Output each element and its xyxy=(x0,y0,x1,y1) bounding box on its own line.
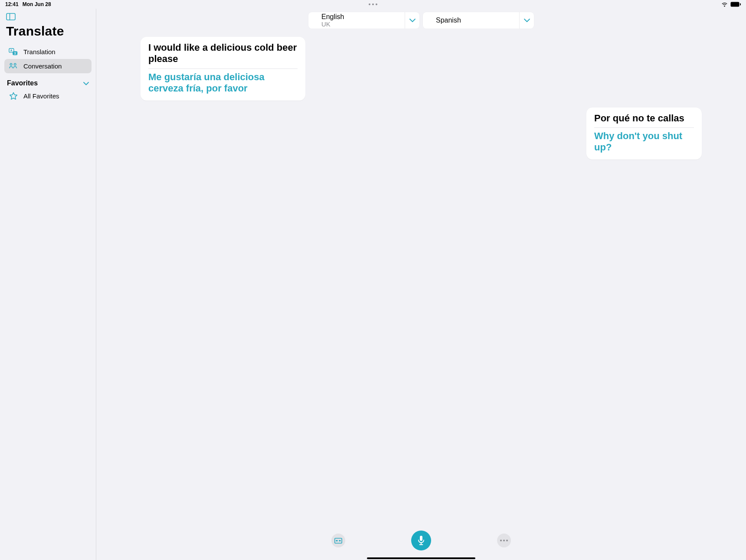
message-bubble[interactable]: I would like a delicious cold beer pleas… xyxy=(141,37,305,101)
status-time: 12:41 xyxy=(5,1,19,7)
sidebar-item-conversation[interactable]: Conversation xyxy=(4,59,92,73)
sidebar-item-label: All Favorites xyxy=(23,92,59,100)
favorites-section-toggle[interactable]: Favorites xyxy=(7,79,89,87)
conversation-thread: I would like a delicious cold beer pleas… xyxy=(96,37,550,412)
target-language-name: Spanish xyxy=(436,16,519,24)
message-source-text: I would like a delicious cold beer pleas… xyxy=(148,42,298,65)
source-language-region: UK xyxy=(321,21,405,28)
message-translation-text: Me gustaría una deliciosa cerveza fría, … xyxy=(148,72,298,94)
conversation-icon xyxy=(9,62,18,71)
svg-text:A: A xyxy=(10,49,13,52)
status-date: Mon Jun 28 xyxy=(23,1,51,7)
page-title: Translate xyxy=(6,24,90,39)
chevron-down-icon xyxy=(83,79,89,87)
translation-icon: A 文 xyxy=(9,47,18,57)
svg-point-9 xyxy=(10,63,12,65)
svg-point-10 xyxy=(14,63,16,65)
sidebar: Translate A 文 Translation Conversation xyxy=(0,9,96,412)
chevron-down-icon xyxy=(519,12,534,29)
star-icon xyxy=(9,91,18,101)
chevron-down-icon xyxy=(405,12,419,29)
sidebar-item-label: Translation xyxy=(23,48,56,55)
language-picker-bar: English UK Spanish xyxy=(308,12,534,29)
sidebar-item-all-favorites[interactable]: All Favorites xyxy=(4,89,92,103)
svg-text:文: 文 xyxy=(13,52,16,55)
status-bar: 12:41 Mon Jun 28 xyxy=(0,0,550,9)
target-language-picker[interactable]: Spanish xyxy=(423,12,534,29)
source-language-picker[interactable]: English UK xyxy=(308,12,419,29)
favorites-header-label: Favorites xyxy=(7,79,38,87)
sidebar-item-translation[interactable]: A 文 Translation xyxy=(4,45,92,59)
sidebar-toggle-icon[interactable] xyxy=(6,13,16,20)
source-language-name: English xyxy=(321,13,405,21)
sidebar-item-label: Conversation xyxy=(23,62,62,70)
multitasking-dots[interactable] xyxy=(369,3,377,5)
content-area: English UK Spanish I would like a delici… xyxy=(96,9,550,412)
